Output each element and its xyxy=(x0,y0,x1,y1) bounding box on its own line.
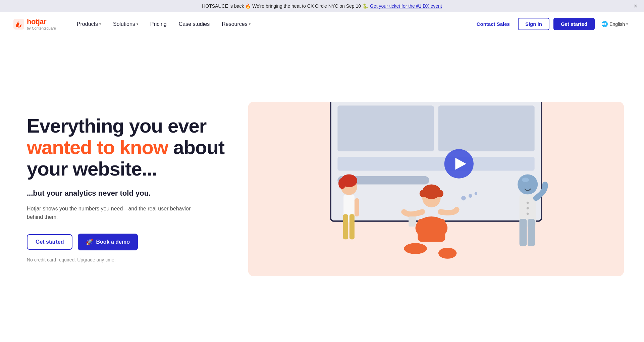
nav-links: Products ▾ Solutions ▾ Pricing Case stud… xyxy=(72,18,473,30)
nav-pricing[interactable]: Pricing xyxy=(146,18,171,30)
svg-rect-45 xyxy=(520,219,527,246)
svg-point-48 xyxy=(527,207,529,209)
contact-sales-button[interactable]: Contact Sales xyxy=(473,18,514,30)
svg-rect-9 xyxy=(337,157,534,170)
svg-rect-8 xyxy=(438,105,535,151)
hero-content: Everything you ever wanted to know about… xyxy=(27,115,235,262)
svg-point-23 xyxy=(338,178,346,189)
hero-title: Everything you ever wanted to know about… xyxy=(27,115,235,179)
logo-hotjar-name: hotjar xyxy=(27,18,56,26)
globe-icon: 🌐 xyxy=(601,21,608,27)
svg-point-40 xyxy=(469,194,472,198)
language-label: English xyxy=(609,21,625,27)
hero-subtitle: ...but your analytics never told you. xyxy=(27,189,235,198)
solutions-chevron-icon: ▾ xyxy=(137,22,138,26)
svg-rect-38 xyxy=(409,216,416,227)
get-started-nav-button[interactable]: Get started xyxy=(553,18,595,30)
svg-point-39 xyxy=(461,196,466,200)
hero-title-line1: Everything you ever xyxy=(27,115,206,137)
nav-products[interactable]: Products ▾ xyxy=(72,18,106,30)
hero-title-line3: your website... xyxy=(27,158,157,180)
svg-point-33 xyxy=(434,187,440,193)
hero-get-started-button[interactable]: Get started xyxy=(27,234,72,250)
nav-case-studies[interactable]: Case studies xyxy=(174,18,215,30)
banner-link[interactable]: Get your ticket for the #1 DX event xyxy=(370,3,442,9)
svg-point-41 xyxy=(475,192,477,195)
logo-subtitle: by Contentsquare xyxy=(27,26,56,30)
logo-link[interactable]: hotjar by Contentsquare xyxy=(13,18,56,30)
hero-illustration xyxy=(248,102,624,276)
hero-book-demo-button[interactable]: 🚀 Book a demo xyxy=(78,234,138,250)
banner-close-button[interactable]: × xyxy=(634,3,637,9)
hero-description: Hotjar shows you the numbers you need—an… xyxy=(27,204,195,222)
svg-point-32 xyxy=(423,187,429,193)
svg-point-47 xyxy=(527,202,529,204)
svg-rect-7 xyxy=(337,105,434,151)
svg-point-36 xyxy=(404,243,427,254)
banner-text: HOTSAUCE is back 🔥 We're bringing the he… xyxy=(202,3,368,9)
sign-in-button[interactable]: Sign in xyxy=(518,18,549,30)
svg-point-49 xyxy=(527,212,529,215)
svg-rect-27 xyxy=(355,198,359,216)
products-chevron-icon: ▾ xyxy=(99,22,101,26)
hotjar-logo-icon xyxy=(13,19,24,30)
logo-text: hotjar by Contentsquare xyxy=(27,18,56,30)
rocket-icon: 🚀 xyxy=(86,238,93,246)
hero-disclaimer: No credit card required. Upgrade any tim… xyxy=(27,257,235,262)
resources-chevron-icon: ▾ xyxy=(249,22,251,26)
language-selector[interactable]: 🌐 English ▾ xyxy=(599,19,631,29)
svg-rect-46 xyxy=(528,219,535,246)
hero-section: Everything you ever wanted to know about… xyxy=(0,36,644,341)
svg-point-42 xyxy=(518,174,538,194)
nav-actions: Contact Sales Sign in Get started 🌐 Engl… xyxy=(473,18,631,30)
svg-rect-26 xyxy=(350,214,355,239)
announcement-banner: HOTSAUCE is back 🔥 We're bringing the he… xyxy=(0,0,644,12)
language-chevron-icon: ▾ xyxy=(626,22,628,26)
hero-buttons: Get started 🚀 Book a demo xyxy=(27,234,235,250)
svg-point-37 xyxy=(438,248,457,259)
svg-rect-25 xyxy=(343,214,348,239)
main-nav: hotjar by Contentsquare Products ▾ Solut… xyxy=(0,12,644,36)
nav-resources[interactable]: Resources ▾ xyxy=(217,18,255,30)
svg-rect-35 xyxy=(418,219,445,242)
hero-title-highlight: wanted to know xyxy=(27,136,168,158)
nav-solutions[interactable]: Solutions ▾ xyxy=(108,18,143,30)
hero-title-about: about xyxy=(173,136,224,158)
svg-point-43 xyxy=(522,178,529,182)
hero-svg xyxy=(248,102,624,276)
